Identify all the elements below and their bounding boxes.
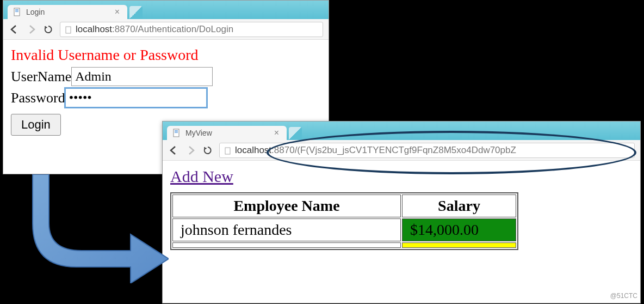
reload-icon[interactable] bbox=[203, 145, 213, 155]
new-tab-corner[interactable] bbox=[129, 6, 143, 19]
username-row: UserName bbox=[11, 67, 321, 86]
page-favicon bbox=[13, 8, 22, 16]
toolbar: localhost:8870/Authentication/DoLogin bbox=[3, 19, 329, 40]
page-favicon bbox=[172, 129, 181, 137]
header-salary: Salary bbox=[402, 194, 516, 217]
table-row bbox=[172, 242, 516, 248]
svg-rect-7 bbox=[175, 131, 178, 132]
username-label: UserName bbox=[11, 69, 71, 85]
cell-salary bbox=[402, 242, 516, 248]
username-input[interactable] bbox=[71, 67, 213, 86]
tab-close-icon[interactable]: × bbox=[274, 129, 279, 137]
password-input[interactable] bbox=[65, 88, 207, 107]
header-employee-name: Employee Name bbox=[172, 194, 401, 217]
cell-salary: $14,000.00 bbox=[402, 218, 516, 241]
forward-icon[interactable] bbox=[185, 145, 196, 156]
svg-rect-1 bbox=[15, 9, 18, 10]
svg-rect-9 bbox=[225, 148, 230, 154]
error-message: Invalid Username or Password bbox=[11, 46, 321, 64]
tab-title: Login bbox=[26, 8, 45, 16]
url-host: localhost bbox=[76, 24, 112, 35]
toolbar: localhost:8870/(F(Vjs2bu_jsCV1TYENCTgf9F… bbox=[163, 140, 640, 161]
address-bar[interactable]: localhost:8870/Authentication/DoLogin bbox=[60, 22, 323, 37]
password-label: Password bbox=[11, 90, 65, 106]
back-icon[interactable] bbox=[9, 24, 20, 35]
tab-bar: Login × bbox=[3, 1, 329, 19]
tab-title: MyView bbox=[185, 129, 212, 137]
tab-close-icon[interactable]: × bbox=[115, 8, 120, 16]
table-header-row: Employee Name Salary bbox=[172, 194, 516, 217]
browser-tab-login[interactable]: Login × bbox=[8, 5, 127, 19]
url-host: localhost bbox=[235, 145, 271, 156]
myview-page-content: Add New Employee Name Salary johnson fer… bbox=[163, 161, 640, 257]
password-row: Password bbox=[11, 88, 321, 107]
address-bar[interactable]: localhost:8870/(F(Vjs2bu_jsCV1TYENCTgf9F… bbox=[219, 143, 635, 158]
reload-icon[interactable] bbox=[44, 25, 53, 34]
employee-table: Employee Name Salary johnson fernandes $… bbox=[170, 192, 518, 250]
page-icon bbox=[65, 26, 72, 33]
tab-bar: MyView × bbox=[163, 121, 640, 140]
login-button[interactable]: Login bbox=[11, 114, 61, 136]
table-row: johnson fernandes $14,000.00 bbox=[172, 218, 516, 241]
svg-rect-6 bbox=[175, 130, 178, 131]
back-icon[interactable] bbox=[168, 145, 179, 156]
svg-rect-3 bbox=[15, 11, 18, 12]
myview-browser-window: MyView × localhost:8870/(F(Vjs2bu_jsCV1T… bbox=[162, 121, 641, 303]
flow-arrow bbox=[16, 174, 169, 283]
browser-tab-myview[interactable]: MyView × bbox=[167, 126, 287, 140]
watermark: @51CTC bbox=[610, 292, 637, 300]
url-path: :8870/(F(Vjs2bu_jsCV1TYENCTgf9FqnZ8M5xo4… bbox=[271, 145, 516, 156]
cell-employee-name: johnson fernandes bbox=[172, 218, 401, 241]
svg-rect-2 bbox=[15, 10, 18, 11]
cell-employee-name bbox=[172, 242, 401, 248]
new-tab-corner[interactable] bbox=[289, 127, 302, 140]
page-icon bbox=[224, 147, 232, 154]
forward-icon[interactable] bbox=[26, 24, 37, 35]
svg-rect-8 bbox=[175, 132, 178, 133]
url-path: :8870/Authentication/DoLogin bbox=[112, 24, 233, 35]
add-new-link[interactable]: Add New bbox=[170, 167, 233, 186]
svg-rect-4 bbox=[66, 27, 71, 33]
